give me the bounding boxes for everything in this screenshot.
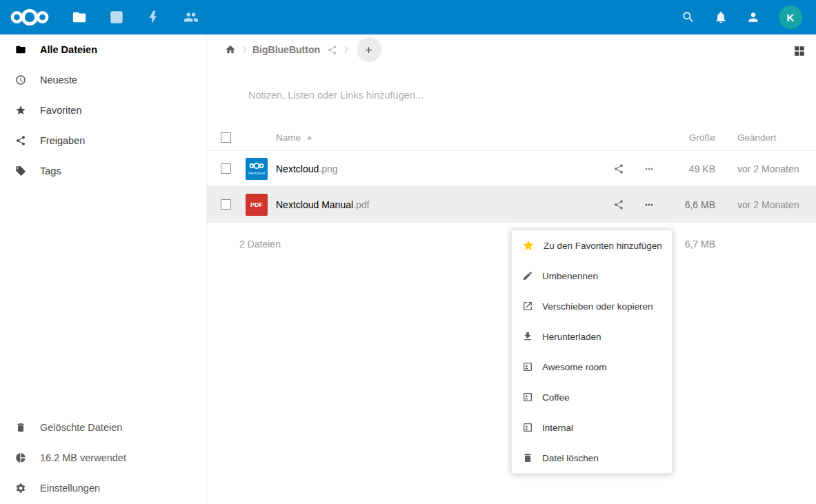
nextcloud-logo[interactable] bbox=[10, 8, 50, 27]
folder-icon bbox=[15, 44, 26, 55]
move-icon bbox=[522, 301, 533, 312]
sidebar-item-label: Freigaben bbox=[40, 135, 85, 146]
contacts-menu-button[interactable] bbox=[746, 10, 760, 24]
menu-item-download[interactable]: Herunterladen bbox=[512, 321, 672, 352]
topbar-actions: K bbox=[681, 6, 816, 29]
share-icon bbox=[327, 45, 337, 55]
more-dots-icon bbox=[644, 163, 655, 174]
sidebar-footer: Gelöschte Dateien 16.2 MB verwendet Eins… bbox=[0, 412, 206, 503]
folder-icon bbox=[72, 10, 87, 25]
search-icon bbox=[681, 10, 695, 24]
sidebar-item-deleted-files[interactable]: Gelöschte Dateien bbox=[0, 412, 206, 443]
star-icon bbox=[15, 105, 26, 116]
avatar-initial: K bbox=[787, 12, 795, 23]
share-icon bbox=[613, 199, 624, 210]
breadcrumb: BigBlueButton bbox=[207, 34, 816, 65]
sidebar-item-label: Gelöschte Dateien bbox=[40, 422, 122, 433]
chevron-right-icon bbox=[239, 44, 250, 55]
file-name-link[interactable]: Nextcloud.png bbox=[276, 163, 604, 174]
select-all-cell bbox=[207, 132, 246, 143]
share-file-button[interactable] bbox=[609, 195, 628, 214]
photos-app-button[interactable] bbox=[98, 0, 135, 34]
row-checkbox[interactable] bbox=[221, 199, 231, 210]
plus-icon bbox=[364, 45, 374, 55]
share-file-button[interactable] bbox=[609, 159, 628, 179]
contacts-app-button[interactable] bbox=[172, 0, 210, 34]
person-icon bbox=[746, 10, 760, 24]
files-sidebar: Alle Dateien Neueste Favoriten Freigaben… bbox=[0, 34, 207, 504]
file-actions-menu: Zu den Favoriten hinzufügen Umbenennen V… bbox=[511, 230, 673, 474]
trash-icon bbox=[15, 422, 26, 433]
notes-workspace-input[interactable]: Notizen, Listen oder Links hinzufügen... bbox=[248, 90, 816, 101]
menu-item-awesome-room[interactable]: Awesome room bbox=[512, 352, 672, 382]
sidebar-item-label: 16.2 MB verwendet bbox=[40, 452, 126, 463]
thumbnail-label: PDF bbox=[250, 201, 263, 208]
breadcrumb-folder[interactable]: BigBlueButton bbox=[252, 44, 320, 55]
files-app-button[interactable] bbox=[61, 0, 98, 34]
room-icon bbox=[522, 361, 533, 372]
search-button[interactable] bbox=[681, 10, 695, 24]
tag-icon bbox=[15, 165, 26, 177]
file-size: 49 KB bbox=[664, 163, 715, 174]
sidebar-item-all-files[interactable]: Alle Dateien bbox=[0, 34, 206, 65]
grid-view-toggle[interactable] bbox=[792, 43, 807, 59]
file-modified: vor 2 Monaten bbox=[737, 163, 816, 174]
file-thumbnail-image: Nextcloud bbox=[246, 158, 268, 180]
room-icon bbox=[522, 392, 533, 403]
menu-item-coffee[interactable]: Coffee bbox=[512, 382, 672, 412]
share-icon bbox=[15, 135, 26, 146]
select-all-checkbox[interactable] bbox=[221, 132, 231, 143]
menu-item-move-or-copy[interactable]: Verschieben oder kopieren bbox=[512, 291, 672, 321]
size-column-header[interactable]: Größe bbox=[664, 132, 715, 143]
download-icon bbox=[522, 331, 533, 342]
clock-icon bbox=[15, 74, 26, 85]
sidebar-item-recent[interactable]: Neueste bbox=[0, 65, 206, 95]
nextcloud-logo-icon bbox=[10, 8, 50, 27]
table-row[interactable]: Nextcloud Nextcloud.png bbox=[207, 151, 816, 187]
file-thumbnail-pdf: PDF bbox=[246, 194, 268, 216]
sort-ascending-icon bbox=[306, 134, 312, 141]
modified-column-header[interactable]: Geändert bbox=[737, 132, 816, 143]
sidebar-item-label: Neueste bbox=[40, 74, 77, 85]
file-list-header: Name Größe Geändert bbox=[207, 125, 816, 151]
name-column-header[interactable]: Name bbox=[276, 132, 604, 143]
sidebar-item-label: Alle Dateien bbox=[40, 44, 97, 55]
file-actions-button[interactable] bbox=[639, 195, 659, 214]
quota-icon bbox=[15, 452, 26, 463]
sidebar-item-label: Favoriten bbox=[40, 105, 81, 116]
sidebar-item-label: Tags bbox=[40, 165, 61, 177]
menu-item-delete-file[interactable]: Datei löschen bbox=[512, 443, 672, 473]
grid-view-icon bbox=[793, 45, 806, 57]
sidebar-item-quota[interactable]: 16.2 MB verwendet bbox=[0, 443, 206, 473]
sidebar-item-shares[interactable]: Freigaben bbox=[0, 125, 206, 156]
chevron-right-icon bbox=[340, 44, 351, 55]
menu-item-add-to-favorites[interactable]: Zu den Favoriten hinzufügen bbox=[512, 230, 672, 261]
new-file-button[interactable] bbox=[357, 37, 381, 62]
home-icon bbox=[225, 44, 236, 55]
thumbnail-label: Nextcloud bbox=[248, 171, 265, 175]
settings-icon bbox=[15, 483, 26, 494]
share-icon bbox=[613, 163, 624, 174]
menu-item-rename[interactable]: Umbenennen bbox=[512, 261, 672, 291]
row-checkbox[interactable] bbox=[221, 163, 231, 174]
activity-app-button[interactable] bbox=[135, 0, 172, 34]
table-row[interactable]: PDF Nextcloud Manual.pdf bbox=[207, 187, 816, 223]
file-name-link[interactable]: Nextcloud Manual.pdf bbox=[276, 199, 604, 210]
file-actions-button[interactable] bbox=[639, 159, 659, 179]
favorite-star-icon bbox=[522, 239, 535, 252]
share-folder-button[interactable] bbox=[324, 42, 340, 58]
top-bar: K bbox=[0, 0, 816, 34]
home-button[interactable] bbox=[222, 41, 239, 58]
menu-item-internal[interactable]: Internal bbox=[512, 412, 672, 443]
file-modified: vor 2 Monaten bbox=[737, 199, 816, 210]
photos-icon bbox=[109, 10, 124, 25]
notifications-button[interactable] bbox=[714, 10, 728, 24]
activity-icon bbox=[146, 10, 161, 25]
sidebar-item-favorites[interactable]: Favoriten bbox=[0, 95, 206, 125]
sidebar-item-label: Einstellungen bbox=[40, 483, 100, 494]
user-avatar[interactable]: K bbox=[779, 6, 802, 29]
nextcloud-logo-icon bbox=[249, 162, 264, 170]
file-size: 6,6 MB bbox=[664, 199, 715, 210]
sidebar-item-tags[interactable]: Tags bbox=[0, 156, 206, 186]
sidebar-item-settings[interactable]: Einstellungen bbox=[0, 473, 206, 503]
